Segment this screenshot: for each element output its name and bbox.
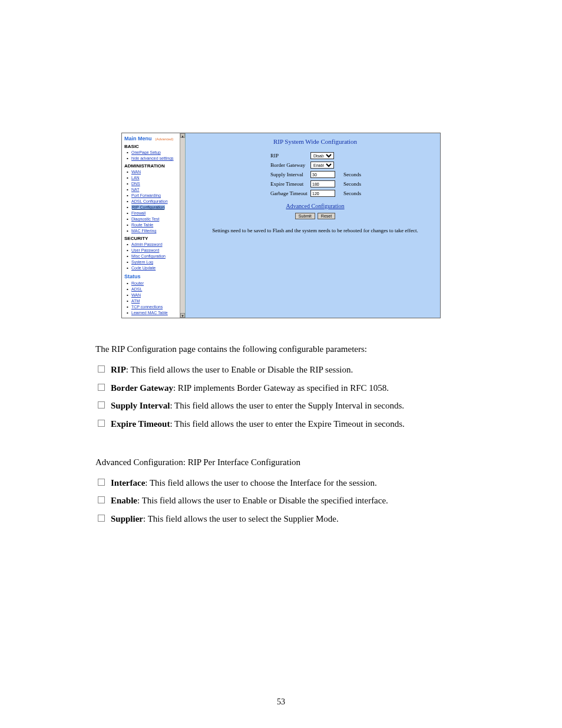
- sidebar-category: ADMINISTRATION: [124, 163, 183, 169]
- bullet-text: Interface: This field allows the user to…: [111, 476, 377, 490]
- sidebar-item[interactable]: DNS: [127, 181, 183, 187]
- sidebar-item[interactable]: ATM: [127, 298, 183, 304]
- bullet-item: Enable: This field allows the user to En…: [95, 493, 467, 508]
- sidebar-item[interactable]: System Log: [127, 259, 183, 265]
- content-pane: RIP System Wide Configuration RIP Disabl…: [190, 133, 440, 318]
- rip-label: RIP: [270, 153, 310, 159]
- sidebar-link[interactable]: OnePage Setup: [131, 150, 161, 154]
- seconds-unit: Seconds: [343, 190, 361, 196]
- sidebar-item[interactable]: Admin Password: [127, 242, 183, 248]
- sidebar-item[interactable]: User Password: [127, 248, 183, 253]
- sidebar-link[interactable]: LAN: [131, 176, 140, 180]
- sidebar-item[interactable]: Port Forwarding: [127, 193, 183, 199]
- sidebar-link[interactable]: RIP Configuration: [131, 205, 165, 209]
- save-reboot-note: Settings need to be saved to Flash and t…: [190, 228, 440, 233]
- garbage-timeout-label: Garbage Timeout: [270, 190, 310, 196]
- sidebar-link[interactable]: Port Forwarding: [131, 193, 161, 197]
- sidebar-link[interactable]: Code Update: [131, 266, 156, 270]
- bullet-icon: [98, 401, 105, 409]
- bullet-item: Border Gateway: RIP implements Border Ga…: [95, 381, 467, 396]
- router-admin-ui: Main Menu (Advanced) BASICOnePage Setuph…: [121, 133, 441, 318]
- sidebar-category: SECURITY: [124, 236, 183, 241]
- sidebar-link[interactable]: TCP connections: [131, 305, 163, 309]
- bullet-text: RIP: This field allows the user to Enabl…: [111, 363, 353, 377]
- bullet-item: RIP: This field allows the user to Enabl…: [95, 363, 467, 377]
- sidebar-item[interactable]: hide advanced settings: [127, 156, 183, 162]
- bullet-item: Supply Interval: This field allows the u…: [95, 398, 467, 413]
- bullet-item: Supplier: This field allows the user to …: [95, 512, 467, 526]
- sidebar-link[interactable]: NAT: [131, 187, 139, 192]
- bullet-text: Expire Timeout: This field allows the us…: [111, 417, 405, 431]
- bullet-item: Interface: This field allows the user to…: [95, 476, 467, 490]
- scroll-down-icon[interactable]: ▼: [180, 313, 185, 318]
- sidebar-item[interactable]: MAC Filtering: [127, 228, 183, 234]
- scroll-up-icon[interactable]: ▲: [180, 133, 185, 138]
- rip-select[interactable]: Disabled: [310, 152, 334, 159]
- sidebar-link[interactable]: Route Table: [131, 223, 153, 227]
- bullet-icon: [98, 420, 105, 427]
- sidebar-item[interactable]: Route Table: [127, 222, 183, 228]
- bullet-text: Supply Interval: This field allows the u…: [111, 398, 404, 413]
- sidebar-link[interactable]: WAN: [131, 293, 141, 297]
- sidebar-item[interactable]: TCP connections: [127, 304, 183, 310]
- status-heading: Status: [124, 274, 183, 279]
- bullet-icon: [98, 479, 105, 486]
- sidebar-link[interactable]: Firewall: [131, 211, 146, 215]
- sidebar-link[interactable]: ATM: [131, 299, 140, 303]
- sidebar-link[interactable]: Router: [131, 281, 144, 285]
- sidebar-link[interactable]: DNS: [131, 182, 140, 186]
- expire-timeout-input[interactable]: [310, 180, 335, 187]
- sidebar-item[interactable]: Diagnostic Test: [127, 216, 183, 222]
- bullet-icon: [98, 515, 105, 522]
- bullet-text: Supplier: This field allows the user to …: [111, 512, 339, 526]
- page-title: RIP System Wide Configuration: [190, 138, 440, 145]
- garbage-timeout-input[interactable]: [310, 190, 335, 197]
- main-menu-sub: (Advanced): [156, 137, 174, 141]
- reset-button[interactable]: Reset: [318, 213, 335, 219]
- bullet-text: Enable: This field allows the user to En…: [111, 493, 388, 508]
- bullet-icon: [98, 365, 105, 373]
- sidebar-item[interactable]: Learned MAC Table: [127, 310, 183, 316]
- sidebar-link[interactable]: MAC Filtering: [131, 229, 156, 233]
- border-gateway-select[interactable]: Enabled: [310, 162, 334, 169]
- advanced-heading-line: Advanced Configuration: RIP Per Interfac…: [95, 455, 467, 470]
- page-number: 53: [0, 697, 562, 707]
- sidebar-link[interactable]: User Password: [131, 248, 159, 252]
- sidebar-link[interactable]: WAN: [131, 170, 141, 174]
- sidebar-item[interactable]: OnePage Setup: [127, 150, 183, 156]
- bullet-icon: [98, 384, 105, 391]
- expire-timeout-label: Expire Timeout: [270, 181, 310, 187]
- sidebar-item[interactable]: ADSL Configuration: [127, 199, 183, 205]
- intro-paragraph: The RIP Configuration page contains the …: [95, 342, 467, 357]
- sidebar-item[interactable]: WAN: [127, 169, 183, 175]
- sidebar-item[interactable]: RIP Configuration: [127, 205, 183, 210]
- seconds-unit: Seconds: [343, 181, 361, 187]
- bullet-item: Expire Timeout: This field allows the us…: [95, 417, 467, 431]
- sidebar: Main Menu (Advanced) BASICOnePage Setuph…: [122, 133, 186, 318]
- sidebar-item[interactable]: ADSL: [127, 286, 183, 292]
- seconds-unit: Seconds: [343, 172, 361, 177]
- sidebar-link[interactable]: Diagnostic Test: [131, 217, 159, 221]
- scrollbar[interactable]: ▲ ▼: [180, 133, 185, 318]
- sidebar-item[interactable]: NAT: [127, 187, 183, 193]
- sidebar-link[interactable]: System Log: [131, 260, 153, 264]
- sidebar-item[interactable]: Router: [127, 281, 183, 286]
- sidebar-item[interactable]: Firewall: [127, 210, 183, 216]
- sidebar-link[interactable]: Admin Password: [131, 242, 163, 246]
- sidebar-link[interactable]: Learned MAC Table: [131, 311, 168, 315]
- supply-interval-label: Supply Interval: [270, 172, 310, 177]
- supply-interval-input[interactable]: [310, 171, 335, 178]
- document-body: The RIP Configuration page contains the …: [95, 342, 467, 526]
- sidebar-item[interactable]: Code Update: [127, 265, 183, 271]
- sidebar-link[interactable]: ADSL: [131, 287, 142, 291]
- sidebar-link[interactable]: Misc Configuration: [131, 254, 166, 258]
- sidebar-link[interactable]: hide advanced settings: [131, 156, 174, 160]
- advanced-config-link[interactable]: Advanced Configuration: [286, 203, 344, 209]
- sidebar-item[interactable]: Misc Configuration: [127, 253, 183, 259]
- sidebar-item[interactable]: WAN: [127, 292, 183, 298]
- submit-button[interactable]: Submit: [295, 213, 315, 219]
- border-gateway-label: Border Gateway: [270, 162, 310, 168]
- sidebar-item[interactable]: LAN: [127, 175, 183, 181]
- sidebar-link[interactable]: ADSL Configuration: [131, 199, 168, 203]
- bullet-text: Border Gateway: RIP implements Border Ga…: [111, 381, 389, 396]
